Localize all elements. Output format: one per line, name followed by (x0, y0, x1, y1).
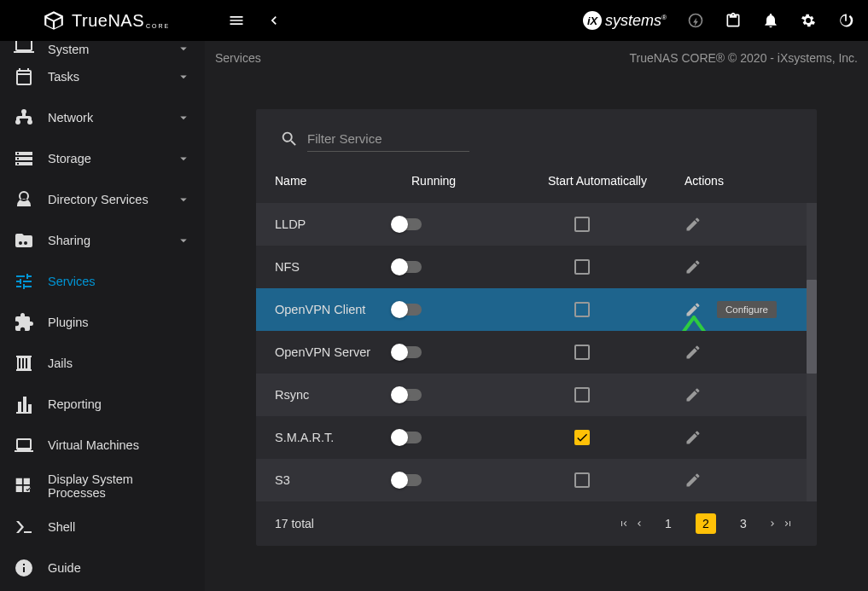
page-title: Services (215, 51, 261, 65)
running-toggle[interactable] (393, 432, 422, 443)
sidebar-item-storage[interactable]: Storage (0, 138, 205, 179)
sidebar-item-label: Reporting (48, 397, 191, 411)
configure-tooltip: Configure (717, 301, 777, 318)
sidebar-item-system[interactable]: System (0, 41, 205, 56)
sidebar-item-directory-services[interactable]: Directory Services (0, 179, 205, 220)
autostart-checkbox[interactable] (574, 217, 590, 232)
logo-text: TrueNAS (72, 11, 144, 31)
sidebar-item-label: Storage (48, 152, 176, 165)
topbar: TrueNAS CORE iXsystems® (0, 0, 868, 41)
running-toggle[interactable] (393, 261, 422, 273)
computer-icon (14, 41, 34, 56)
table-row[interactable]: S.M.A.R.T. (256, 416, 817, 459)
running-toggle[interactable] (393, 218, 422, 230)
back-icon[interactable] (265, 12, 283, 29)
filter-input[interactable] (307, 126, 469, 152)
table-body: LLDP NFS OpenVPN Client (256, 203, 817, 501)
sidebar-item-services[interactable]: Services (0, 261, 205, 302)
chevron-down-icon (176, 151, 191, 166)
sidebar-item-jails[interactable]: Jails (0, 343, 205, 384)
pager-page-2[interactable]: 2 (696, 513, 716, 534)
running-toggle[interactable] (393, 474, 422, 486)
chart-icon (14, 394, 34, 414)
sidebar-item-label: Virtual Machines (48, 438, 191, 452)
running-toggle[interactable] (393, 389, 422, 401)
service-name: LLDP (256, 217, 393, 231)
services-table: Name Running Start Automatically Actions… (256, 159, 817, 501)
pager-total: 17 total (275, 517, 314, 530)
info-icon (14, 558, 34, 578)
content: Services TrueNAS CORE® © 2020 - iXsystem… (205, 41, 868, 591)
pager-page-1[interactable]: 1 (658, 513, 679, 534)
sidebar-item-label: Shell (48, 520, 191, 534)
scrollbar-thumb[interactable] (807, 280, 817, 374)
header-actions: Actions (666, 174, 817, 188)
table-row[interactable]: S3 (256, 459, 817, 501)
edit-icon[interactable] (684, 344, 702, 361)
pager-next-icon[interactable] (767, 519, 778, 529)
table-header: Name Running Start Automatically Actions (256, 159, 817, 203)
chevron-down-icon (176, 69, 191, 84)
sidebar-item-shell[interactable]: Shell (0, 507, 205, 548)
storage-icon (14, 148, 34, 169)
sidebar-item-network[interactable]: Network (0, 97, 205, 138)
sidebar-item-plugins[interactable]: Plugins (0, 302, 205, 343)
sidebar-item-label: Services (48, 275, 191, 288)
table-row[interactable]: LLDP (256, 203, 817, 246)
calendar-icon (14, 67, 34, 87)
clipboard-icon[interactable] (725, 12, 742, 29)
sidebar-item-virtual-machines[interactable]: Virtual Machines (0, 425, 205, 466)
autostart-checkbox[interactable] (574, 387, 590, 403)
sidebar-item-tasks[interactable]: Tasks (0, 56, 205, 97)
edit-icon[interactable] (684, 258, 702, 275)
header-auto: Start Automatically (529, 174, 666, 188)
sidebar-item-label: Directory Services (48, 193, 176, 206)
pager-first-icon[interactable] (619, 519, 629, 529)
sidebar-item-reporting[interactable]: Reporting (0, 384, 205, 425)
running-toggle[interactable] (393, 346, 422, 358)
sidebar-item-label: Tasks (48, 70, 176, 84)
chevron-down-icon (176, 41, 191, 56)
logo-edition: CORE (146, 23, 170, 29)
search-icon (280, 130, 299, 148)
running-toggle[interactable] (393, 304, 422, 316)
autostart-checkbox[interactable] (574, 345, 590, 360)
sidebar-item-guide[interactable]: Guide (0, 548, 205, 588)
notifications-icon[interactable] (762, 12, 779, 29)
sidebar-item-sharing[interactable]: Sharing (0, 220, 205, 261)
settings-icon[interactable] (800, 12, 817, 29)
breadcrumb: Services TrueNAS CORE® © 2020 - iXsystem… (205, 41, 868, 75)
service-name: OpenVPN Server (256, 345, 393, 359)
sidebar-item-label: System (48, 43, 176, 56)
ixsystems-logo[interactable]: iXsystems® (583, 11, 667, 30)
processes-icon (14, 476, 34, 496)
edit-icon[interactable] (684, 301, 702, 318)
sidebar-item-label: Guide (48, 561, 191, 575)
status-icon[interactable] (687, 12, 704, 29)
service-name: Rsync (256, 388, 393, 402)
autostart-checkbox[interactable] (574, 472, 590, 488)
share-icon (14, 230, 34, 251)
edit-icon[interactable] (684, 472, 702, 489)
edit-icon[interactable] (684, 429, 702, 446)
filter-row (256, 109, 817, 159)
chevron-down-icon (176, 233, 191, 248)
pager-prev-icon[interactable] (634, 519, 644, 529)
table-row[interactable]: NFS (256, 246, 817, 288)
power-icon[interactable] (837, 12, 854, 29)
autostart-checkbox[interactable] (574, 430, 590, 445)
pager-last-icon[interactable] (783, 519, 793, 529)
scrollbar[interactable] (807, 203, 817, 501)
table-row[interactable]: OpenVPN Server (256, 331, 817, 374)
sidebar: System Tasks Network Storage Directory S… (0, 41, 205, 591)
autostart-checkbox[interactable] (574, 302, 590, 317)
edit-icon[interactable] (684, 216, 702, 233)
pager-page-3[interactable]: 3 (733, 513, 754, 534)
table-row[interactable]: Rsync (256, 374, 817, 416)
autostart-checkbox[interactable] (574, 259, 590, 275)
edit-icon[interactable] (684, 386, 702, 403)
sidebar-item-display-system-processes[interactable]: Display System Processes (0, 466, 205, 507)
menu-toggle-icon[interactable] (228, 12, 245, 29)
puzzle-icon (14, 312, 34, 333)
table-row[interactable]: OpenVPN Client Configure (256, 288, 817, 331)
